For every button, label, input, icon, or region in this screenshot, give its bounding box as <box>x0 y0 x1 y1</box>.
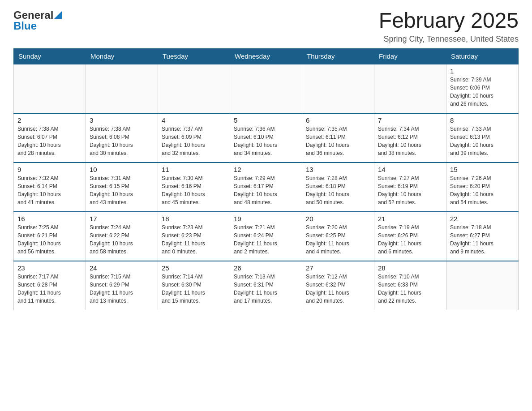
calendar-cell: 4Sunrise: 7:37 AM Sunset: 6:09 PM Daylig… <box>158 113 230 163</box>
calendar-cell <box>230 64 302 113</box>
calendar-table: SundayMondayTuesdayWednesdayThursdayFrid… <box>13 48 519 311</box>
logo-triangle-icon <box>54 11 62 19</box>
calendar-cell: 1Sunrise: 7:39 AM Sunset: 6:06 PM Daylig… <box>446 64 519 113</box>
day-info: Sunrise: 7:36 AM Sunset: 6:10 PM Dayligh… <box>234 125 298 157</box>
day-info: Sunrise: 7:25 AM Sunset: 6:21 PM Dayligh… <box>17 223 82 256</box>
calendar-cell <box>374 64 446 113</box>
calendar-cell: 13Sunrise: 7:28 AM Sunset: 6:18 PM Dayli… <box>302 163 374 212</box>
day-info: Sunrise: 7:38 AM Sunset: 6:07 PM Dayligh… <box>17 125 82 157</box>
day-info: Sunrise: 7:23 AM Sunset: 6:23 PM Dayligh… <box>162 223 226 256</box>
location-text: Spring City, Tennessee, United States <box>379 34 519 44</box>
day-info: Sunrise: 7:27 AM Sunset: 6:19 PM Dayligh… <box>378 174 442 206</box>
calendar-cell: 14Sunrise: 7:27 AM Sunset: 6:19 PM Dayli… <box>374 163 446 212</box>
day-number: 1 <box>450 67 515 75</box>
day-number: 14 <box>378 166 442 173</box>
day-info: Sunrise: 7:19 AM Sunset: 6:26 PM Dayligh… <box>378 223 442 256</box>
day-number: 17 <box>90 215 154 223</box>
day-info: Sunrise: 7:21 AM Sunset: 6:24 PM Dayligh… <box>234 223 298 256</box>
day-info: Sunrise: 7:10 AM Sunset: 6:33 PM Dayligh… <box>378 273 442 305</box>
day-info: Sunrise: 7:33 AM Sunset: 6:13 PM Dayligh… <box>450 125 515 157</box>
calendar-cell <box>446 261 519 310</box>
calendar-cell: 19Sunrise: 7:21 AM Sunset: 6:24 PM Dayli… <box>230 212 302 261</box>
day-info: Sunrise: 7:38 AM Sunset: 6:08 PM Dayligh… <box>90 125 154 157</box>
day-number: 23 <box>17 264 82 272</box>
day-number: 16 <box>17 215 82 223</box>
week-row-2: 2Sunrise: 7:38 AM Sunset: 6:07 PM Daylig… <box>14 113 519 163</box>
title-section: February 2025 Spring City, Tennessee, Un… <box>379 9 519 44</box>
week-row-4: 16Sunrise: 7:25 AM Sunset: 6:21 PM Dayli… <box>14 212 519 261</box>
calendar-cell <box>158 64 230 113</box>
weekday-header-tuesday: Tuesday <box>158 48 230 64</box>
svg-marker-0 <box>54 11 62 19</box>
calendar-cell: 5Sunrise: 7:36 AM Sunset: 6:10 PM Daylig… <box>230 113 302 163</box>
weekday-header-wednesday: Wednesday <box>230 48 302 64</box>
month-title: February 2025 <box>379 9 519 33</box>
day-info: Sunrise: 7:20 AM Sunset: 6:25 PM Dayligh… <box>306 223 370 256</box>
day-number: 3 <box>90 116 154 124</box>
day-info: Sunrise: 7:31 AM Sunset: 6:15 PM Dayligh… <box>90 174 154 206</box>
day-number: 19 <box>234 215 298 223</box>
calendar-cell: 22Sunrise: 7:18 AM Sunset: 6:27 PM Dayli… <box>446 212 519 261</box>
calendar-cell: 16Sunrise: 7:25 AM Sunset: 6:21 PM Dayli… <box>14 212 86 261</box>
day-number: 13 <box>306 166 370 173</box>
calendar-cell: 8Sunrise: 7:33 AM Sunset: 6:13 PM Daylig… <box>446 113 519 163</box>
day-number: 2 <box>17 116 82 124</box>
day-info: Sunrise: 7:14 AM Sunset: 6:30 PM Dayligh… <box>162 273 226 305</box>
calendar-cell: 18Sunrise: 7:23 AM Sunset: 6:23 PM Dayli… <box>158 212 230 261</box>
page-header: General Blue February 2025 Spring City, … <box>13 9 519 44</box>
calendar-cell: 28Sunrise: 7:10 AM Sunset: 6:33 PM Dayli… <box>374 261 446 310</box>
calendar-cell: 21Sunrise: 7:19 AM Sunset: 6:26 PM Dayli… <box>374 212 446 261</box>
weekday-header-saturday: Saturday <box>446 48 519 64</box>
calendar-cell: 11Sunrise: 7:30 AM Sunset: 6:16 PM Dayli… <box>158 163 230 212</box>
day-number: 10 <box>90 166 154 173</box>
day-info: Sunrise: 7:26 AM Sunset: 6:20 PM Dayligh… <box>450 174 515 206</box>
calendar-cell: 12Sunrise: 7:29 AM Sunset: 6:17 PM Dayli… <box>230 163 302 212</box>
day-number: 20 <box>306 215 370 223</box>
day-info: Sunrise: 7:15 AM Sunset: 6:29 PM Dayligh… <box>90 273 154 305</box>
calendar-cell: 3Sunrise: 7:38 AM Sunset: 6:08 PM Daylig… <box>86 113 158 163</box>
calendar-cell: 10Sunrise: 7:31 AM Sunset: 6:15 PM Dayli… <box>86 163 158 212</box>
weekday-header-friday: Friday <box>374 48 446 64</box>
weekday-header-sunday: Sunday <box>14 48 86 64</box>
calendar-cell: 15Sunrise: 7:26 AM Sunset: 6:20 PM Dayli… <box>446 163 519 212</box>
calendar-cell: 17Sunrise: 7:24 AM Sunset: 6:22 PM Dayli… <box>86 212 158 261</box>
day-number: 6 <box>306 116 370 124</box>
day-number: 27 <box>306 264 370 272</box>
day-info: Sunrise: 7:29 AM Sunset: 6:17 PM Dayligh… <box>234 174 298 206</box>
week-row-3: 9Sunrise: 7:32 AM Sunset: 6:14 PM Daylig… <box>14 163 519 212</box>
day-info: Sunrise: 7:24 AM Sunset: 6:22 PM Dayligh… <box>90 223 154 256</box>
calendar-cell: 25Sunrise: 7:14 AM Sunset: 6:30 PM Dayli… <box>158 261 230 310</box>
weekday-header-monday: Monday <box>86 48 158 64</box>
day-number: 9 <box>17 166 82 173</box>
day-number: 18 <box>162 215 226 223</box>
logo: General Blue <box>13 9 62 32</box>
day-number: 26 <box>234 264 298 272</box>
logo-blue-text: Blue <box>13 20 37 32</box>
calendar-cell: 6Sunrise: 7:35 AM Sunset: 6:11 PM Daylig… <box>302 113 374 163</box>
week-row-5: 23Sunrise: 7:17 AM Sunset: 6:28 PM Dayli… <box>14 261 519 310</box>
day-info: Sunrise: 7:30 AM Sunset: 6:16 PM Dayligh… <box>162 174 226 206</box>
calendar-cell: 24Sunrise: 7:15 AM Sunset: 6:29 PM Dayli… <box>86 261 158 310</box>
day-number: 22 <box>450 215 515 223</box>
day-info: Sunrise: 7:12 AM Sunset: 6:32 PM Dayligh… <box>306 273 370 305</box>
day-number: 21 <box>378 215 442 223</box>
day-info: Sunrise: 7:32 AM Sunset: 6:14 PM Dayligh… <box>17 174 82 206</box>
day-number: 12 <box>234 166 298 173</box>
day-number: 8 <box>450 116 515 124</box>
calendar-cell: 23Sunrise: 7:17 AM Sunset: 6:28 PM Dayli… <box>14 261 86 310</box>
calendar-cell <box>302 64 374 113</box>
day-info: Sunrise: 7:28 AM Sunset: 6:18 PM Dayligh… <box>306 174 370 206</box>
day-info: Sunrise: 7:18 AM Sunset: 6:27 PM Dayligh… <box>450 223 515 256</box>
day-number: 4 <box>162 116 226 124</box>
calendar-cell: 7Sunrise: 7:34 AM Sunset: 6:12 PM Daylig… <box>374 113 446 163</box>
day-number: 24 <box>90 264 154 272</box>
weekday-header-thursday: Thursday <box>302 48 374 64</box>
day-info: Sunrise: 7:37 AM Sunset: 6:09 PM Dayligh… <box>162 125 226 157</box>
day-number: 25 <box>162 264 226 272</box>
calendar-cell: 20Sunrise: 7:20 AM Sunset: 6:25 PM Dayli… <box>302 212 374 261</box>
day-info: Sunrise: 7:34 AM Sunset: 6:12 PM Dayligh… <box>378 125 442 157</box>
day-info: Sunrise: 7:17 AM Sunset: 6:28 PM Dayligh… <box>17 273 82 305</box>
day-info: Sunrise: 7:39 AM Sunset: 6:06 PM Dayligh… <box>450 76 515 108</box>
day-info: Sunrise: 7:13 AM Sunset: 6:31 PM Dayligh… <box>234 273 298 305</box>
week-row-1: 1Sunrise: 7:39 AM Sunset: 6:06 PM Daylig… <box>14 64 519 113</box>
